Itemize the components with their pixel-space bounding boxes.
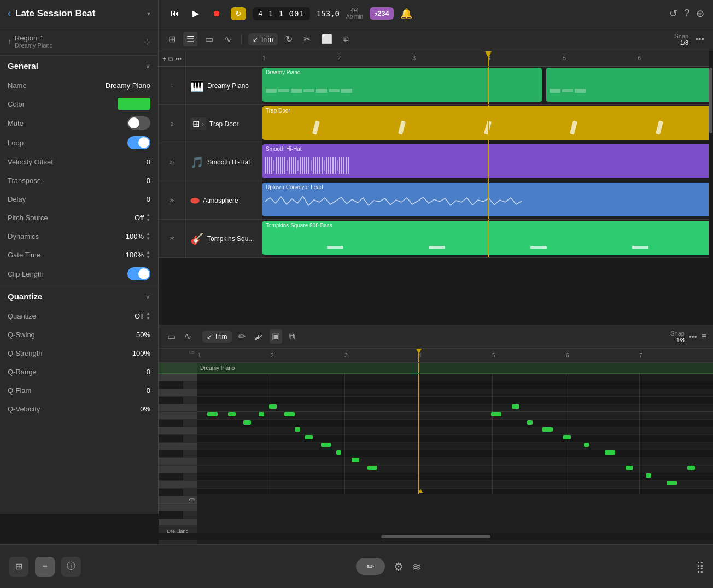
mute-toggle[interactable] (127, 116, 150, 130)
pr-key-db4[interactable] (159, 489, 183, 496)
pr-key-eb4[interactable] (159, 473, 183, 481)
bottom-info-button[interactable]: ⓘ (61, 557, 81, 577)
pr-key-e4[interactable] (159, 466, 197, 473)
pr-key-gb4[interactable] (159, 450, 183, 458)
pr-key-bb4[interactable] (159, 420, 183, 427)
marquee-button[interactable]: ⬜ (318, 32, 336, 46)
cycle-button[interactable]: ↻ (231, 7, 246, 20)
pr-key-db5[interactable] (159, 397, 183, 404)
pr-key-d5[interactable] (159, 389, 197, 397)
pr-window-button[interactable]: ▭ (165, 329, 178, 344)
track-1-header[interactable]: 🎹 Dreamy Piano (186, 67, 262, 104)
bottom-bars-button[interactable]: ⣿ (696, 561, 704, 573)
metronome-button[interactable]: 🔔 (400, 8, 412, 20)
project-dropdown-arrow[interactable]: ▾ (147, 10, 150, 17)
region-up-arrow[interactable]: ↑ (8, 37, 11, 46)
clip-length-row: Clip Length (0, 264, 158, 284)
track-row-29: 29 🎸 Tompkins Squ... Tompkins Square 808… (159, 220, 713, 258)
back-button[interactable]: ‹ (8, 8, 11, 19)
dynamics-field[interactable]: 100% ▲ ▼ (122, 232, 150, 241)
clip-length-toggle[interactable] (127, 267, 150, 280)
gate-time-value: 100% (122, 251, 144, 259)
general-collapse-arrow[interactable]: ∨ (145, 62, 150, 70)
loop-toggle[interactable] (127, 136, 150, 149)
play-button[interactable]: ▶ (189, 6, 202, 21)
ruler-timeline: 1 2 3 4 5 6 (262, 51, 713, 66)
scissors-button[interactable]: ✂ (300, 32, 314, 46)
loop-tool-button[interactable]: ↻ (282, 32, 296, 46)
track-29-header[interactable]: 🎸 Tompkins Squ... (186, 220, 262, 257)
vdivider-3 (344, 374, 345, 494)
pr-paint-button[interactable]: 🖌 (252, 330, 265, 344)
v-scroll-thumb-main[interactable] (709, 68, 712, 133)
ruler-more[interactable]: ••• (176, 56, 182, 62)
trim-button[interactable]: ↙ Trim (248, 33, 278, 45)
rect-view-button[interactable]: ▭ (202, 32, 217, 46)
undo-button[interactable]: ↺ (669, 8, 677, 20)
bottom-grid-button[interactable]: ⊞ (9, 557, 28, 577)
settings-tool-button[interactable]: ⚙ (394, 560, 404, 573)
clip-smooth-hihat-label: Smooth Hi-Hat (266, 146, 302, 152)
pr-more-button[interactable]: ••• (689, 332, 697, 341)
pr-key-ab4[interactable] (159, 435, 183, 443)
rewind-button[interactable]: ⏮ (167, 7, 183, 21)
pr-key-g4[interactable] (159, 443, 197, 450)
add-track-small[interactable]: + (162, 55, 166, 63)
h-scroll-thumb[interactable] (381, 535, 490, 538)
pitch-down-arrow[interactable]: ▼ (146, 218, 150, 222)
pr-curve-button[interactable]: ∿ (182, 329, 194, 344)
key-display[interactable]: ♭234 (370, 7, 394, 20)
pitch-up-arrow[interactable]: ▲ (146, 213, 150, 217)
help-button[interactable]: ? (684, 8, 689, 19)
quantize-collapse-arrow[interactable]: ∨ (145, 293, 150, 301)
quantize-field[interactable]: Off ▲ ▼ (122, 311, 150, 321)
clip-dreamy-piano-1[interactable]: Dreamy Piano (262, 68, 542, 102)
pr-trim-button[interactable]: ↙ Trim (202, 331, 232, 343)
pr-key-f4[interactable] (159, 458, 197, 466)
pencil-tool-button[interactable]: ✏ (356, 558, 385, 575)
eq-tool-button[interactable]: ≋ (412, 560, 422, 573)
midi-note-19 (605, 450, 615, 455)
pr-pencil-button[interactable]: ✏ (236, 329, 248, 344)
add-track-button[interactable]: ⊕ (696, 8, 704, 20)
track-27-header[interactable]: 🎵 Smooth Hi-Hat (186, 143, 262, 181)
pencil-icon: ✏ (367, 562, 374, 571)
transport-bar: ⏮ ▶ ⏺ ↻ 4 1 1 001 153,0 4/4 Ab min ♭234 … (159, 0, 713, 27)
pr-key-e5[interactable] (159, 374, 197, 381)
copy-tool-button[interactable]: ⧉ (340, 32, 353, 46)
copy-track-small[interactable]: ⧉ (168, 55, 173, 63)
clip-dreamy-piano-2[interactable] (546, 68, 713, 102)
pr-copy2-button[interactable]: ⧉ (287, 330, 297, 344)
pr-lines-button[interactable]: ≡ (702, 332, 706, 342)
quantize-section-header[interactable]: Quantize ∨ (0, 286, 158, 307)
tracks-more-button[interactable]: ••• (693, 32, 706, 46)
pr-key-c5[interactable]: C5 (159, 404, 197, 412)
grid-view-button[interactable]: ⊞ (165, 32, 179, 46)
pr-key-bb3[interactable] (159, 511, 183, 519)
track-2-header[interactable]: ⊞ › Trap Door (186, 105, 262, 143)
list-view-button[interactable]: ☰ (183, 32, 197, 46)
pr-key-c3[interactable]: C3 (159, 496, 197, 504)
bottom-list-button[interactable]: ≡ (35, 557, 55, 577)
color-swatch[interactable] (118, 98, 150, 110)
pr-key-a4[interactable] (159, 427, 197, 435)
track-2-expand[interactable]: › (202, 120, 204, 128)
track-28-header[interactable]: ⬬ Atmosphere (186, 181, 262, 219)
midi-note-13 (491, 412, 501, 416)
pr-key-b4[interactable] (159, 412, 197, 420)
pin-button[interactable]: ⊹ (144, 37, 150, 46)
record-button[interactable]: ⏺ (209, 7, 224, 21)
pr-key-eb5[interactable] (159, 381, 183, 389)
h-scrollbar[interactable] (159, 533, 713, 540)
pr-key-d4[interactable] (159, 481, 197, 489)
track-2-icon-container: ⊞ › (190, 117, 206, 130)
quantize-arrows: ▲ ▼ (146, 311, 150, 321)
pr-select-button[interactable]: ▣ (270, 329, 282, 344)
pr-key-b3[interactable] (159, 504, 197, 511)
pitch-source-field[interactable]: Off ▲ ▼ (122, 213, 150, 222)
midi-note-4 (259, 412, 264, 416)
curve-view-button[interactable]: ∿ (221, 32, 235, 46)
general-section-header[interactable]: General ∨ (0, 56, 158, 76)
gate-time-field[interactable]: 100% ▲ ▼ (122, 250, 150, 260)
v-scrollbar-main[interactable] (709, 51, 713, 300)
